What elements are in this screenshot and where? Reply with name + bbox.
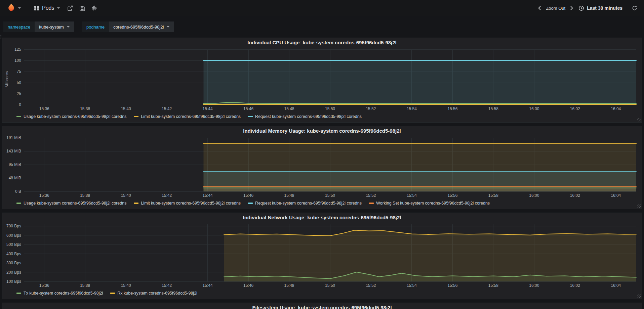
chart-legend: Usage kube-system coredns-695f96dcd5-98j… xyxy=(4,112,640,122)
svg-text:0: 0 xyxy=(19,102,21,107)
svg-text:100 Bps: 100 Bps xyxy=(6,279,21,284)
share-icon xyxy=(67,5,73,11)
legend-item[interactable]: Limit kube-system coredns-695f96dcd5-98j… xyxy=(134,114,241,120)
legend-series-label: Tx kube-system coredns-695f96dcd5-98j2l xyxy=(24,290,103,296)
legend-item[interactable]: Usage kube-system coredns-695f96dcd5-98j… xyxy=(16,114,126,120)
variable-label: namespace xyxy=(3,21,35,32)
legend-series-color-icon xyxy=(248,203,253,204)
svg-text:600 Bps: 600 Bps xyxy=(6,233,21,238)
memory-usage-chart[interactable]: 0 B48 MiB95 MiB143 MiB191 MiB15:3615:381… xyxy=(4,135,640,199)
svg-text:16:00: 16:00 xyxy=(529,193,539,198)
svg-text:15:56: 15:56 xyxy=(447,193,457,198)
panel-title[interactable]: Individual CPU Usage: kube-system coredn… xyxy=(4,38,640,47)
refresh-button[interactable] xyxy=(630,0,639,16)
time-range-label[interactable]: Last 30 minutes xyxy=(587,5,629,11)
svg-text:16:04: 16:04 xyxy=(611,283,621,288)
grafana-menu-button[interactable] xyxy=(5,0,23,16)
svg-text:15:46: 15:46 xyxy=(243,193,253,198)
svg-text:95 MiB: 95 MiB xyxy=(9,162,21,167)
zoom-out-button[interactable]: Zoom Out xyxy=(545,6,567,11)
legend-item[interactable]: Usage kube-system coredns-695f96dcd5-98j… xyxy=(16,200,126,206)
svg-text:15:44: 15:44 xyxy=(203,193,213,198)
time-forward-button[interactable] xyxy=(568,0,575,16)
svg-text:16:02: 16:02 xyxy=(570,106,580,111)
legend-series-label: Usage kube-system coredns-695f96dcd5-98j… xyxy=(24,114,126,120)
legend-item[interactable]: Tx kube-system coredns-695f96dcd5-98j2l xyxy=(16,290,103,296)
y-axis-label: Millicores xyxy=(4,47,9,112)
svg-text:15:40: 15:40 xyxy=(121,106,131,111)
legend-item[interactable]: Working Set kube-system coredns-695f96dc… xyxy=(369,200,490,206)
save-icon xyxy=(79,5,85,11)
variable-podname: podname coredns-695f96dcd5-98j2l xyxy=(82,21,174,32)
variable-value-text: kube-system xyxy=(39,25,64,30)
network-usage-chart[interactable]: 100 Bps200 Bps300 Bps400 Bps500 Bps600 B… xyxy=(4,222,640,289)
svg-text:15:54: 15:54 xyxy=(407,283,417,288)
svg-text:16:02: 16:02 xyxy=(570,283,580,288)
legend-item[interactable]: Rx kube-system coredns-695f96dcd5-98j2l xyxy=(110,290,197,296)
panel-cpu-usage: Individual CPU Usage: kube-system coredn… xyxy=(2,38,642,123)
dashboard-grid-icon xyxy=(34,6,39,10)
panel-resize-handle-icon[interactable] xyxy=(637,205,641,208)
svg-text:700 Bps: 700 Bps xyxy=(6,224,21,228)
svg-text:16:04: 16:04 xyxy=(611,193,621,198)
svg-text:15:50: 15:50 xyxy=(325,283,335,288)
variable-value-dropdown[interactable]: kube-system xyxy=(35,21,74,32)
chart-legend: Tx kube-system coredns-695f96dcd5-98j2lR… xyxy=(4,289,640,299)
dashboard-panels: Individual CPU Usage: kube-system coredn… xyxy=(0,38,644,309)
legend-series-color-icon xyxy=(110,293,115,294)
panel-resize-handle-icon[interactable] xyxy=(637,118,641,122)
cpu-usage-chart[interactable]: 025507510012515:3615:3815:4015:4215:4415… xyxy=(9,47,640,112)
panel-filesystem-usage: Filesystem Usage: kube-system coredns-69… xyxy=(2,303,642,309)
svg-text:15:52: 15:52 xyxy=(366,106,376,111)
svg-text:15:44: 15:44 xyxy=(203,106,213,111)
legend-item[interactable]: Limit kube-system coredns-695f96dcd5-98j… xyxy=(134,200,241,206)
svg-text:15:42: 15:42 xyxy=(162,193,172,198)
legend-item[interactable]: Request kube-system coredns-695f96dcd5-9… xyxy=(248,114,362,120)
legend-series-label: Working Set kube-system coredns-695f96dc… xyxy=(376,200,490,206)
legend-item[interactable]: Request kube-system coredns-695f96dcd5-9… xyxy=(248,200,362,206)
chevron-down-icon xyxy=(67,26,70,28)
time-range-button-icon[interactable] xyxy=(577,0,586,16)
save-button[interactable] xyxy=(76,0,88,16)
panel-title[interactable]: Individual Network Usage: kube-system co… xyxy=(4,213,640,222)
share-button[interactable] xyxy=(64,0,76,16)
svg-text:100: 100 xyxy=(14,58,21,63)
variable-value-text: coredns-695f96dcd5-98j2l xyxy=(113,25,164,30)
svg-text:200 Bps: 200 Bps xyxy=(6,270,21,275)
svg-text:191 MiB: 191 MiB xyxy=(6,135,21,140)
refresh-icon xyxy=(632,5,637,11)
chevron-down-icon xyxy=(167,26,169,28)
legend-series-label: Limit kube-system coredns-695f96dcd5-98j… xyxy=(141,200,241,206)
svg-text:16:00: 16:00 xyxy=(529,283,539,288)
time-controls: Zoom Out Last 30 minutes xyxy=(536,0,639,16)
svg-text:15:44: 15:44 xyxy=(203,283,213,288)
panel-title[interactable]: Individual Memory Usage: kube-system cor… xyxy=(4,126,640,135)
panel-title[interactable]: Filesystem Usage: kube-system coredns-69… xyxy=(4,303,640,309)
svg-text:15:42: 15:42 xyxy=(162,106,172,111)
dashboard-title: Pods xyxy=(42,5,54,11)
svg-text:15:58: 15:58 xyxy=(488,283,498,288)
svg-text:143 MiB: 143 MiB xyxy=(6,149,21,153)
time-back-button[interactable] xyxy=(536,0,543,16)
svg-text:15:38: 15:38 xyxy=(80,106,90,111)
svg-text:16:04: 16:04 xyxy=(611,106,621,111)
svg-text:15:48: 15:48 xyxy=(284,106,294,111)
template-variables-bar: namespace kube-system podname coredns-69… xyxy=(0,16,644,38)
legend-series-color-icon xyxy=(16,203,21,204)
svg-text:15:36: 15:36 xyxy=(39,193,49,198)
svg-text:15:48: 15:48 xyxy=(284,193,294,198)
panel-resize-handle-icon[interactable] xyxy=(637,295,641,298)
settings-button[interactable] xyxy=(88,0,100,16)
svg-text:15:46: 15:46 xyxy=(243,283,253,288)
svg-text:125: 125 xyxy=(14,47,21,52)
svg-text:15:58: 15:58 xyxy=(488,193,498,198)
legend-series-color-icon xyxy=(134,116,138,117)
dashboard-picker-button[interactable]: Pods xyxy=(30,0,64,16)
row-drag-handle-icon[interactable] xyxy=(0,34,2,40)
svg-text:300 Bps: 300 Bps xyxy=(6,261,21,265)
svg-text:16:02: 16:02 xyxy=(570,193,580,198)
legend-series-label: Limit kube-system coredns-695f96dcd5-98j… xyxy=(141,114,241,120)
svg-text:15:40: 15:40 xyxy=(121,193,131,198)
variable-value-dropdown[interactable]: coredns-695f96dcd5-98j2l xyxy=(109,21,174,32)
chevron-down-icon xyxy=(18,7,21,9)
